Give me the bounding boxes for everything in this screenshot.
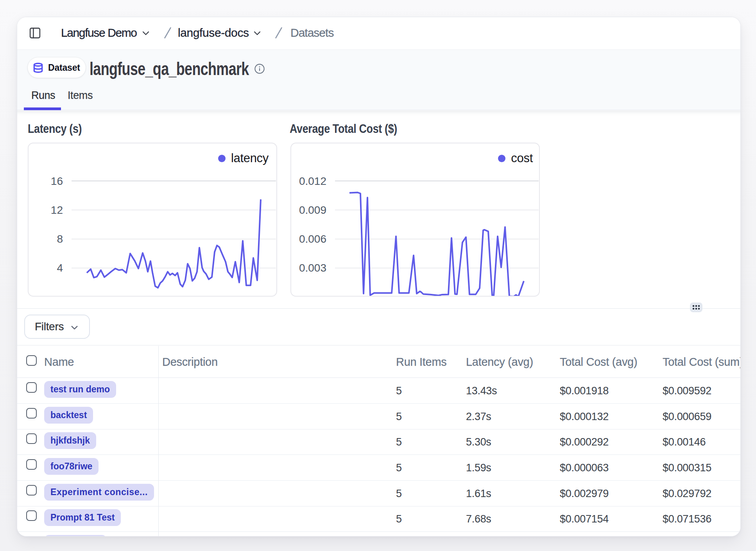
svg-text:4: 4 bbox=[57, 262, 63, 274]
svg-text:0.009: 0.009 bbox=[299, 204, 326, 216]
svg-text:8: 8 bbox=[57, 233, 63, 245]
svg-text:16: 16 bbox=[51, 175, 63, 187]
svg-text:0.012: 0.012 bbox=[299, 175, 326, 187]
svg-text:0.003: 0.003 bbox=[299, 262, 326, 274]
svg-text:0.006: 0.006 bbox=[299, 233, 326, 245]
svg-text:12: 12 bbox=[51, 204, 63, 216]
